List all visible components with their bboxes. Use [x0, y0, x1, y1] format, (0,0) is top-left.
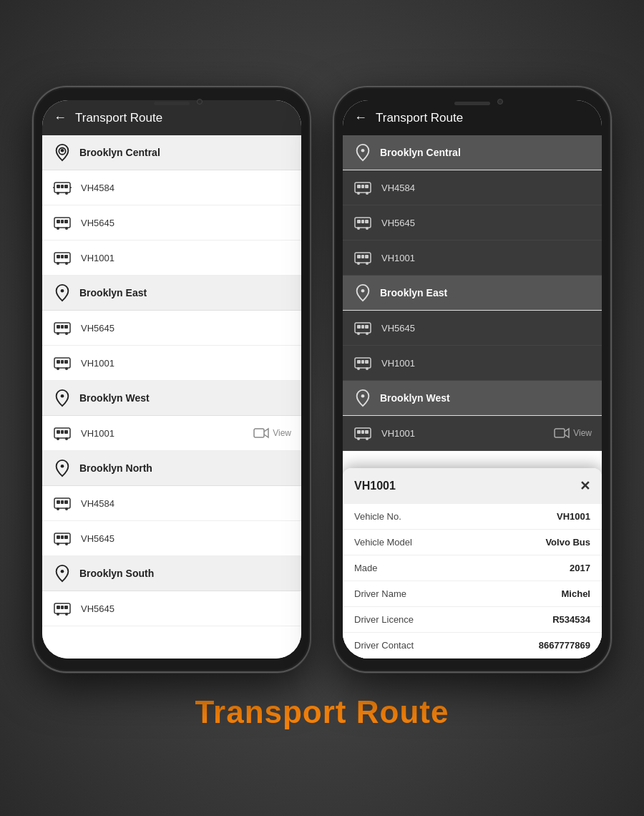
- modal-title: VH1001: [354, 480, 396, 492]
- vehicle-id: VH4584: [81, 498, 291, 509]
- svg-point-68: [357, 192, 360, 195]
- bottom-label: Transport Route: [195, 694, 449, 730]
- svg-rect-5: [61, 185, 64, 188]
- location-icon: [353, 142, 373, 162]
- left-route-list: Brooklyn Central VH4584 VH5645: [42, 135, 301, 659]
- svg-rect-19: [61, 255, 64, 258]
- svg-rect-37: [57, 430, 60, 434]
- svg-rect-31: [64, 360, 68, 364]
- bus-icon: [353, 248, 373, 268]
- bus-icon: [52, 213, 72, 233]
- svg-rect-86: [361, 325, 364, 329]
- svg-rect-72: [365, 220, 369, 223]
- vehicle-id: VH1001: [381, 428, 545, 439]
- bus-icon: [353, 318, 373, 338]
- svg-point-6: [57, 192, 59, 195]
- svg-rect-85: [365, 325, 369, 329]
- svg-point-101: [366, 437, 369, 440]
- left-phone-screen: ← Transport Route Brooklyn Central: [42, 100, 301, 659]
- vehicle-detail-modal: VH1001 ✕ Vehicle No. VH1001 Vehicle Mode…: [343, 468, 602, 659]
- svg-point-75: [366, 227, 369, 230]
- modal-close-button[interactable]: ✕: [580, 478, 590, 494]
- svg-rect-59: [64, 606, 68, 609]
- section-label-north: Brooklyn North: [79, 462, 152, 474]
- vehicle-id: VH1001: [381, 358, 592, 369]
- bus-icon: [52, 248, 72, 268]
- svg-point-7: [65, 192, 68, 195]
- svg-point-43: [61, 465, 64, 468]
- svg-rect-24: [57, 325, 60, 329]
- svg-point-93: [357, 367, 360, 370]
- bus-icon: [353, 213, 373, 233]
- modal-row-made: Made 2017: [343, 555, 602, 581]
- svg-rect-4: [64, 185, 68, 188]
- modal-value-vehicle-no: VH1001: [557, 511, 590, 522]
- bus-icon: [52, 423, 72, 443]
- svg-rect-11: [57, 220, 60, 223]
- view-button-wrap-r[interactable]: View: [554, 427, 592, 439]
- bus-icon: [52, 528, 72, 548]
- svg-rect-99: [361, 430, 364, 434]
- section-label-west: Brooklyn West: [79, 392, 150, 404]
- vehicle-id: VH4584: [81, 183, 291, 193]
- list-item: VH4584: [42, 486, 301, 521]
- svg-point-69: [366, 192, 369, 195]
- svg-point-63: [361, 149, 365, 152]
- phone-camera: [197, 99, 203, 105]
- svg-point-28: [65, 332, 68, 335]
- section-label-west-r: Brooklyn West: [380, 392, 450, 404]
- modal-value-driver-licence: R534534: [552, 614, 590, 625]
- svg-rect-17: [57, 255, 60, 258]
- bus-icon: [353, 353, 373, 373]
- bus-icon: [353, 423, 373, 443]
- svg-point-48: [57, 507, 59, 510]
- modal-row-vehicle-model: Vehicle Model Volvo Bus: [343, 530, 602, 555]
- right-header: ← Transport Route: [343, 100, 602, 135]
- location-icon: [353, 283, 373, 303]
- bus-icon: [52, 493, 72, 513]
- svg-rect-67: [361, 185, 364, 188]
- modal-value-driver-contact: 8667777869: [539, 640, 590, 651]
- svg-point-1: [61, 149, 64, 152]
- list-item: VH1001: [42, 241, 301, 276]
- left-back-button[interactable]: ←: [54, 110, 67, 125]
- right-back-button[interactable]: ←: [354, 110, 367, 125]
- location-icon: [52, 388, 72, 408]
- svg-point-20: [57, 262, 59, 265]
- svg-rect-12: [64, 220, 68, 223]
- svg-rect-18: [64, 255, 68, 258]
- svg-rect-84: [357, 325, 361, 329]
- left-screen-title: Transport Route: [75, 111, 162, 125]
- vehicle-id: VH5645: [81, 533, 291, 544]
- svg-rect-26: [61, 325, 64, 329]
- right-phone-screen: ← Transport Route Brooklyn Central VH458…: [343, 100, 602, 659]
- section-brooklyn-east-r: Brooklyn East: [343, 276, 602, 311]
- svg-rect-45: [57, 500, 60, 504]
- svg-point-33: [57, 367, 59, 370]
- section-brooklyn-north: Brooklyn North: [42, 451, 301, 486]
- modal-key-driver-licence: Driver Licence: [354, 614, 414, 625]
- bus-icon: [52, 178, 72, 198]
- svg-rect-53: [61, 535, 64, 539]
- svg-rect-102: [555, 429, 565, 437]
- location-icon: [353, 388, 373, 408]
- svg-rect-66: [365, 185, 369, 188]
- list-item: VH5645: [42, 205, 301, 241]
- vehicle-id: VH5645: [381, 218, 592, 228]
- svg-rect-25: [64, 325, 68, 329]
- location-icon: [52, 563, 72, 583]
- svg-point-34: [65, 367, 68, 370]
- svg-point-82: [361, 289, 365, 293]
- svg-point-54: [57, 543, 59, 545]
- view-button-wrap[interactable]: View: [253, 427, 291, 439]
- list-item: VH1001: [42, 346, 301, 381]
- bus-icon: [52, 598, 72, 618]
- svg-point-22: [61, 289, 64, 293]
- list-item: VH1001 View: [343, 416, 602, 451]
- svg-rect-38: [64, 430, 68, 434]
- bus-icon: [52, 318, 72, 338]
- svg-rect-60: [61, 606, 64, 609]
- phone-speaker: [454, 102, 490, 105]
- modal-value-vehicle-model: Volvo Bus: [545, 537, 590, 548]
- svg-point-55: [65, 543, 68, 545]
